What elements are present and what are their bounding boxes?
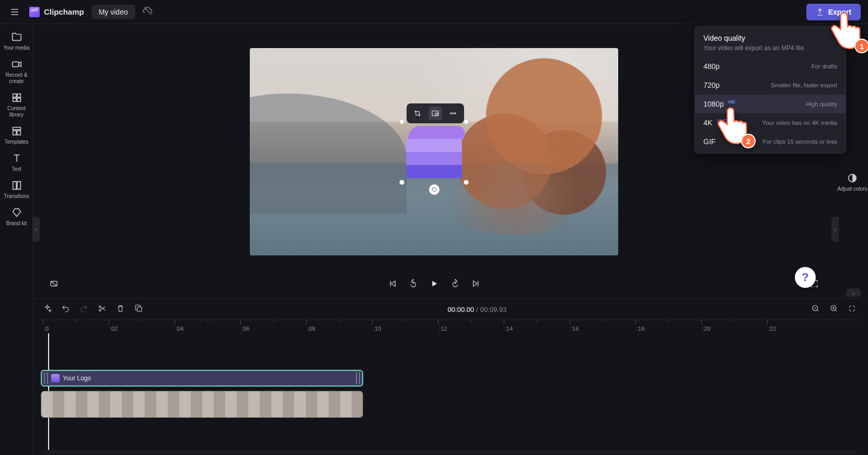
zoom-out-button[interactable] [811,304,820,314]
sidebar-item-transitions[interactable]: Transitions [1,178,32,202]
option-desc: For clips 15 seconds or less [762,138,837,145]
crop-button[interactable] [411,107,424,120]
sidebar-item-brand-kit[interactable]: Brand kit [1,205,32,229]
redo-button[interactable] [79,304,88,314]
timeline-scrollbar[interactable] [42,450,858,454]
zoom-fit-button[interactable] [848,304,857,314]
export-option-1080p[interactable]: 1080pHD High quality [695,95,846,113]
svg-rect-7 [17,131,20,135]
sidebar-item-label: Transitions [4,193,29,199]
svg-rect-0 [12,62,18,66]
logo-placeholder-icon [406,126,462,178]
cloud-sync-off-icon[interactable] [143,6,153,18]
brand-name: Clipchamp [44,7,84,16]
sidebar-item-label: Your media [3,45,29,51]
sidebar-item-media[interactable]: Your media [1,29,32,53]
resize-handle-tr[interactable] [464,119,469,124]
timeline-ruler[interactable]: :0:02:04:06:08:10:12:14:16:18:20:22 [40,320,860,333]
ruler-label: :08 [307,325,315,332]
svg-rect-6 [13,131,16,135]
ruler-label: :14 [505,325,513,332]
timeline-tracks[interactable]: Your Logo [40,333,860,455]
export-button[interactable]: Export [806,4,861,20]
sidebar-item-label: Text [11,166,21,172]
option-desc: For drafts [812,63,837,69]
skip-end-button[interactable] [471,279,481,290]
sidebar-item-label: Content library [7,106,26,118]
menu-button[interactable] [7,5,22,19]
ruler-label: :10 [373,325,381,332]
pip-button[interactable] [429,107,442,120]
svg-rect-1 [13,94,16,97]
preview-canvas[interactable] [250,48,618,255]
track-clip-logo[interactable]: Your Logo [41,370,363,387]
export-menu-title: Video quality [703,34,837,42]
export-quality-menu: Video quality Your video will export as … [695,26,846,154]
export-option-480p[interactable]: 480p For drafts [695,57,846,76]
sidebar-item-label: Templates [5,139,29,145]
resize-handle-tl[interactable] [399,119,404,124]
rewind-button[interactable] [409,279,418,290]
timeline-toolbar: 00:00.00 / 00:09.93 [33,299,866,320]
disable-preview-button[interactable] [49,279,59,290]
adjust-colors-button[interactable]: Adjust colors [837,170,868,194]
ruler-label: :16 [571,325,578,332]
clip-trim-right[interactable] [356,372,360,384]
svg-rect-3 [13,98,16,101]
export-option-720p[interactable]: 720p Smaller file, faster export [695,76,846,95]
resize-handle-bl[interactable] [399,180,404,185]
svg-point-12 [453,113,454,114]
help-button[interactable]: ? [795,267,816,288]
split-button[interactable] [98,304,107,314]
option-desc: Your video has no 4K media [762,120,837,126]
option-label: GIF [703,137,715,146]
ruler-label: :22 [768,325,776,332]
option-desc: High quality [806,101,837,107]
track-clip-video[interactable] [41,391,363,418]
sidebar-item-text[interactable]: Text [1,150,32,174]
sidebar-item-templates[interactable]: Templates [1,123,32,147]
forward-button[interactable] [450,279,460,290]
timecode-current: 00:00.00 [448,306,474,313]
sidebar-item-label: Adjust colors [837,186,868,192]
ruler-label: :06 [241,325,249,332]
option-label: 1080p [703,100,724,108]
svg-rect-5 [13,127,20,130]
brand: Clipchamp [29,7,84,17]
zoom-in-button[interactable] [829,304,838,314]
svg-point-11 [450,113,452,114]
uhd-badge: UHD [715,118,729,124]
skip-start-button[interactable] [388,279,397,290]
ruler-label: :12 [439,325,447,332]
selected-logo-overlay[interactable] [401,121,467,183]
timecode-duration: 00:09.93 [480,306,507,313]
export-menu-subtitle: Your video will export as an MP4 file [703,44,837,52]
timeline-panel: 00:00.00 / 00:09.93 :0:02:04:06:08:10:12… [33,298,866,455]
sidebar-item-record[interactable]: Record & create [1,56,32,87]
auto-enhance-button[interactable] [43,304,52,314]
option-label: 4K [703,119,712,127]
duplicate-button[interactable] [134,304,143,314]
sidebar-item-content-library[interactable]: Content library [1,90,32,120]
video-title-input[interactable]: My video [91,5,135,19]
export-option-4k[interactable]: 4KUHD Your video has no 4K media [695,113,846,132]
hd-badge: HD [727,99,737,105]
rotate-handle[interactable] [429,184,439,195]
ruler-label: :0 [44,325,49,332]
help-icon: ? [802,271,808,284]
play-button[interactable] [430,279,439,290]
clipchamp-logo-icon [29,7,40,17]
clip-trim-left[interactable] [44,372,48,384]
right-drawer-toggle[interactable]: ⌄ [846,288,861,297]
left-sidebar: Your media Record & create Content libra… [0,24,33,455]
option-label: 720p [703,81,720,89]
sidebar-item-label: Record & create [6,72,28,84]
resize-handle-br[interactable] [464,180,469,185]
svg-rect-17 [137,307,142,312]
upload-icon [816,8,824,16]
export-option-gif[interactable]: GIF For clips 15 seconds or less [695,132,846,151]
undo-button[interactable] [61,304,70,314]
player-transport [33,271,835,297]
more-options-button[interactable] [446,107,460,120]
delete-button[interactable] [116,304,125,314]
